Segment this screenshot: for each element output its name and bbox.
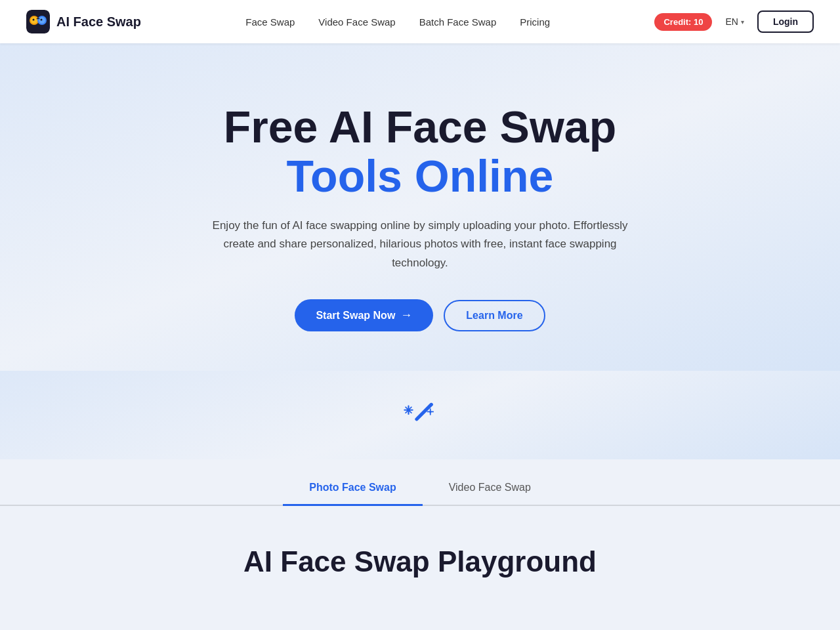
arrow-right-icon: → xyxy=(400,308,412,322)
hero-title-line2: Tools Online xyxy=(287,151,554,201)
nav-batch-face-swap[interactable]: Batch Face Swap xyxy=(419,16,497,28)
playground-section: AI Face Swap Playground xyxy=(0,506,840,604)
tabs-container: Photo Face Swap Video Face Swap xyxy=(0,472,840,506)
hero-title-line1: Free AI Face Swap xyxy=(224,102,616,152)
svg-line-15 xyxy=(410,408,411,410)
hero-title: Free AI Face Swap Tools Online xyxy=(224,102,616,201)
tab-video-face-swap[interactable]: Video Face Swap xyxy=(423,472,557,506)
hero-subtitle: Enjoy the fun of AI face swapping online… xyxy=(210,217,630,274)
logo-text: AI Face Swap xyxy=(56,14,141,30)
navbar-right: Credit: 10 EN ▾ Login xyxy=(654,10,814,33)
logo[interactable]: AI Face Swap xyxy=(26,10,141,33)
tabs-section: Photo Face Swap Video Face Swap xyxy=(0,459,840,506)
nav-video-face-swap[interactable]: Video Face Swap xyxy=(318,16,395,28)
credit-badge[interactable]: Credit: 10 xyxy=(654,13,712,31)
svg-line-13 xyxy=(406,408,408,410)
magic-icon-area xyxy=(0,371,840,459)
logo-icon xyxy=(26,10,50,33)
playground-title: AI Face Swap Playground xyxy=(26,545,814,578)
learn-more-button[interactable]: Learn More xyxy=(444,300,545,331)
login-button[interactable]: Login xyxy=(757,10,814,33)
svg-line-14 xyxy=(410,411,411,413)
learn-more-label: Learn More xyxy=(466,310,522,322)
language-selector[interactable]: EN ▾ xyxy=(720,12,749,31)
hero-buttons: Start Swap Now → Learn More xyxy=(295,299,545,331)
nav-face-swap[interactable]: Face Swap xyxy=(245,16,295,28)
svg-point-5 xyxy=(33,19,35,21)
magic-wand-icon xyxy=(397,402,443,438)
main-nav: Face Swap Video Face Swap Batch Face Swa… xyxy=(245,16,550,28)
svg-line-16 xyxy=(406,411,408,413)
lang-label: EN xyxy=(725,16,738,27)
hero-section: Free AI Face Swap Tools Online Enjoy the… xyxy=(0,43,840,371)
navbar: AI Face Swap Face Swap Video Face Swap B… xyxy=(0,0,840,43)
start-swap-label: Start Swap Now xyxy=(316,310,395,322)
chevron-down-icon: ▾ xyxy=(741,18,744,26)
tab-photo-face-swap[interactable]: Photo Face Swap xyxy=(283,472,422,506)
nav-pricing[interactable]: Pricing xyxy=(520,16,550,28)
start-swap-button[interactable]: Start Swap Now → xyxy=(295,299,433,331)
svg-point-6 xyxy=(41,19,43,21)
